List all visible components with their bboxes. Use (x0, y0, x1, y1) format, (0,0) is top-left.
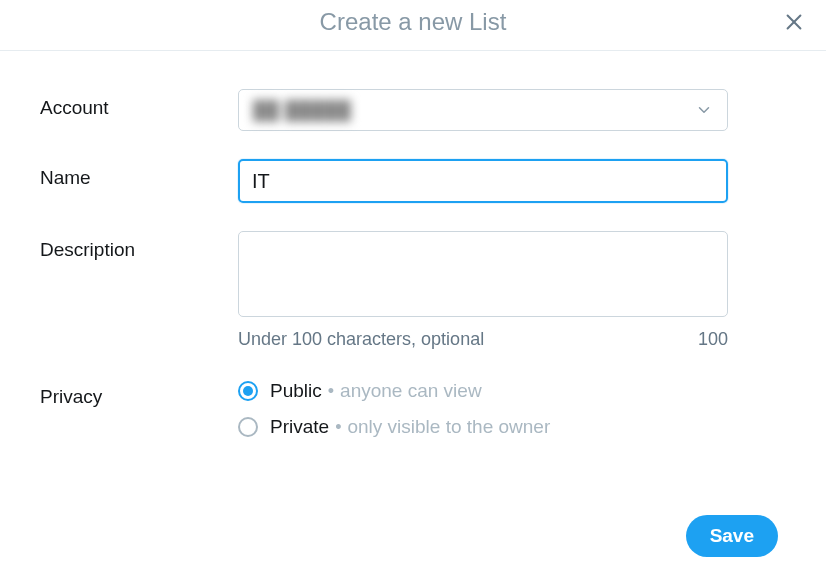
description-textarea[interactable] (238, 231, 728, 317)
dialog-title: Create a new List (0, 8, 826, 36)
separator-dot-icon: • (328, 381, 334, 402)
account-value: ██ █████ (253, 100, 695, 121)
dialog-header: Create a new List (0, 0, 826, 51)
dialog-footer: Save (686, 515, 778, 557)
privacy-label: Privacy (40, 378, 238, 408)
form-body: Account ██ █████ Name Description Under … (0, 51, 826, 438)
privacy-option-public[interactable]: Public • anyone can view (238, 380, 728, 402)
description-row: Description Under 100 characters, option… (40, 231, 826, 350)
save-button[interactable]: Save (686, 515, 778, 557)
description-hint-row: Under 100 characters, optional 100 (238, 329, 728, 350)
privacy-private-label: Private (270, 416, 329, 438)
radio-icon (238, 381, 258, 401)
privacy-public-label: Public (270, 380, 322, 402)
privacy-radio-group: Public • anyone can view Private • only … (238, 378, 728, 438)
chevron-down-icon (695, 101, 713, 119)
separator-dot-icon: • (335, 417, 341, 438)
radio-dot-icon (243, 386, 253, 396)
name-row: Name (40, 159, 826, 203)
description-hint: Under 100 characters, optional (238, 329, 484, 350)
account-select[interactable]: ██ █████ (238, 89, 728, 131)
privacy-option-private[interactable]: Private • only visible to the owner (238, 416, 728, 438)
name-input[interactable] (238, 159, 728, 203)
description-label: Description (40, 231, 238, 261)
privacy-row: Privacy Public • anyone can view Private… (40, 378, 826, 438)
privacy-private-desc: only visible to the owner (347, 416, 550, 438)
name-label: Name (40, 159, 238, 189)
radio-icon (238, 417, 258, 437)
description-counter: 100 (698, 329, 728, 350)
close-icon (783, 11, 805, 33)
account-row: Account ██ █████ (40, 89, 826, 131)
account-label: Account (40, 89, 238, 119)
privacy-public-desc: anyone can view (340, 380, 482, 402)
close-button[interactable] (780, 8, 808, 36)
